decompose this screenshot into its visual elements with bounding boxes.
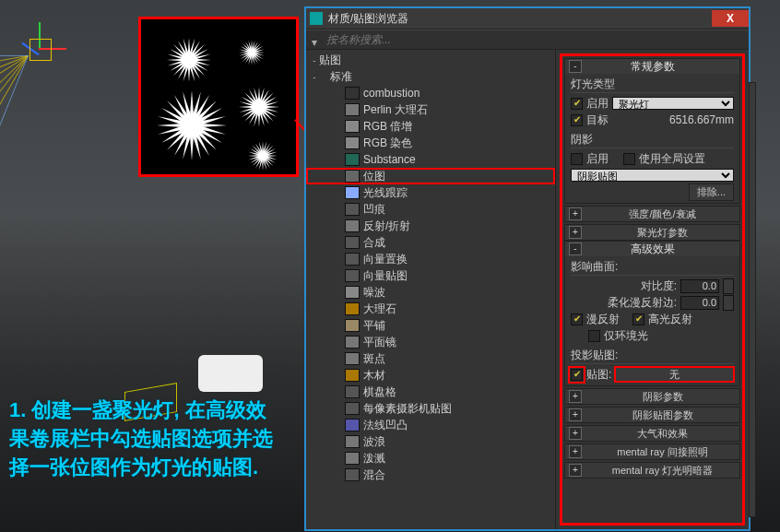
map-swatch-icon xyxy=(345,136,360,149)
tree-map-item[interactable]: 木材 xyxy=(306,367,555,384)
tree-map-item[interactable]: 棋盘格 xyxy=(306,384,555,400)
tree-item-label: 标准 xyxy=(330,69,352,85)
projector-map-label: 贴图: xyxy=(586,367,611,383)
browser-titlebar[interactable]: 材质/贴图浏览器 X xyxy=(306,8,749,30)
tree-group-maps[interactable]: -贴图 xyxy=(306,52,555,68)
ambient-only-checkbox[interactable] xyxy=(588,330,600,342)
search-dropdown-icon[interactable]: ▾ xyxy=(312,36,319,43)
shadow-type-select[interactable]: 阴影贴图 xyxy=(571,169,734,182)
specular-checkbox[interactable]: ✔ xyxy=(632,313,644,325)
tree-map-item[interactable]: 大理石 xyxy=(306,301,555,317)
tree-map-item[interactable]: combustion xyxy=(306,85,555,101)
tree-item-label: 混合 xyxy=(363,467,385,483)
rollup-collapsed[interactable]: +mental ray 间接照明 xyxy=(564,443,740,460)
tree-map-item[interactable]: 反射/折射 xyxy=(306,218,555,234)
tree-item-label: Substance xyxy=(363,153,416,166)
light-parameters-panel: -常规参数 灯光类型 ✔ 启用 聚光灯 ✔ 目标 6516.667mm xyxy=(556,50,749,529)
shadow-enable-checkbox[interactable] xyxy=(571,153,583,165)
rollup-collapsed[interactable]: +mental ray 灯光明暗器 xyxy=(564,462,740,479)
tree-item-label: 平铺 xyxy=(363,318,385,334)
tree-item-label: 向量置换 xyxy=(363,252,408,267)
tree-map-item[interactable]: 合成 xyxy=(306,234,555,251)
tree-map-item[interactable]: 泼溅 xyxy=(306,450,555,467)
bitmap-preview xyxy=(138,17,299,177)
soften-label: 柔化漫反射边: xyxy=(608,295,677,311)
target-checkbox[interactable]: ✔ xyxy=(571,114,583,126)
tree-map-item[interactable]: 凹痕 xyxy=(306,201,555,218)
map-swatch-icon xyxy=(345,319,360,332)
rollup-collapsed[interactable]: +聚光灯参数 xyxy=(564,224,740,241)
exclude-button[interactable]: 排除... xyxy=(689,183,734,201)
diffuse-checkbox[interactable]: ✔ xyxy=(571,313,583,325)
tree-map-item[interactable]: 平面镜 xyxy=(306,334,555,350)
tree-map-item[interactable]: RGB 倍增 xyxy=(306,118,555,135)
tree-map-item[interactable]: 噪波 xyxy=(306,284,555,301)
panel-scrollbar[interactable] xyxy=(749,82,756,517)
shadow-enable-label: 启用 xyxy=(586,151,609,167)
tree-item-label: 每像素摄影机贴图 xyxy=(363,401,452,417)
soften-input[interactable] xyxy=(680,296,719,310)
tree-item-label: 合成 xyxy=(363,235,385,251)
map-swatch-icon xyxy=(345,203,360,216)
map-swatch-icon xyxy=(345,253,360,266)
rollup-collapsed[interactable]: +阴影贴图参数 xyxy=(564,407,740,423)
close-button[interactable]: X xyxy=(712,10,749,27)
enable-light-checkbox[interactable]: ✔ xyxy=(571,98,583,110)
tree-map-item[interactable]: Substance xyxy=(306,151,555,168)
projector-map-button[interactable]: 无 xyxy=(615,367,734,382)
map-swatch-icon xyxy=(345,219,360,232)
rollup-collapsed[interactable]: +大气和效果 xyxy=(564,425,740,442)
rollup-header[interactable]: -常规参数 xyxy=(565,59,739,74)
contrast-input[interactable] xyxy=(680,279,719,293)
tree-item-label: 噪波 xyxy=(363,285,385,301)
map-swatch-icon xyxy=(345,269,360,282)
shadow-global-checkbox[interactable] xyxy=(623,153,635,165)
map-swatch-icon xyxy=(345,120,360,133)
light-type-select[interactable]: 聚光灯 xyxy=(612,97,734,110)
spinner[interactable] xyxy=(723,278,734,294)
tree-map-item[interactable]: 位图 xyxy=(306,168,555,184)
tree-map-item[interactable]: 平铺 xyxy=(306,317,555,334)
spinner[interactable] xyxy=(723,295,734,311)
tree-map-item[interactable]: 向量置换 xyxy=(306,251,555,267)
target-label: 目标 xyxy=(586,112,609,128)
map-tree[interactable]: -贴图-标准combustionPerlin 大理石RGB 倍增RGB 染色Su… xyxy=(306,50,556,529)
tree-map-item[interactable]: 法线凹凸 xyxy=(306,417,555,433)
tree-item-label: Perlin 大理石 xyxy=(363,102,428,118)
tree-group-standard[interactable]: -标准 xyxy=(306,68,555,85)
svg-rect-0 xyxy=(141,19,296,174)
app-icon xyxy=(310,12,323,25)
tree-map-item[interactable]: 每像素摄影机贴图 xyxy=(306,400,555,417)
tree-map-item[interactable]: 斑点 xyxy=(306,350,555,367)
specular-label: 高光反射 xyxy=(648,312,692,327)
tree-map-item[interactable]: RGB 染色 xyxy=(306,135,555,151)
target-distance: 6516.667mm xyxy=(669,113,734,126)
diffuse-label: 漫反射 xyxy=(586,312,620,327)
tree-item-label: 贴图 xyxy=(319,53,341,68)
map-swatch-icon xyxy=(345,369,360,382)
search-input[interactable] xyxy=(325,32,743,47)
map-swatch-icon xyxy=(345,452,360,465)
tree-item-label: 法线凹凸 xyxy=(363,418,408,433)
tree-map-item[interactable]: 混合 xyxy=(306,467,555,483)
rollup-header[interactable]: -高级效果 xyxy=(565,242,739,256)
tree-item-label: combustion xyxy=(363,87,420,100)
search-bar[interactable]: ▾ xyxy=(306,30,749,50)
map-swatch-icon xyxy=(345,170,360,183)
rollup-collapsed[interactable]: +强度/颜色/衰减 xyxy=(564,206,740,222)
affect-surface-heading: 影响曲面: xyxy=(571,259,734,276)
tree-item-label: 大理石 xyxy=(363,301,396,317)
map-swatch-icon xyxy=(345,402,360,415)
tree-item-label: RGB 倍增 xyxy=(363,119,412,135)
map-swatch-icon xyxy=(345,385,360,398)
map-swatch-icon xyxy=(345,302,360,315)
tree-map-item[interactable]: 波浪 xyxy=(306,433,555,450)
tree-map-item[interactable]: 向量贴图 xyxy=(306,267,555,284)
tree-map-item[interactable]: 光线跟踪 xyxy=(306,184,555,201)
map-swatch-icon xyxy=(345,286,360,299)
rollup-collapsed[interactable]: +阴影参数 xyxy=(564,388,740,405)
tree-map-item[interactable]: Perlin 大理石 xyxy=(306,101,555,118)
projector-map-checkbox[interactable]: ✔ xyxy=(571,369,583,381)
map-swatch-icon xyxy=(345,468,360,481)
map-swatch-icon xyxy=(345,186,360,199)
